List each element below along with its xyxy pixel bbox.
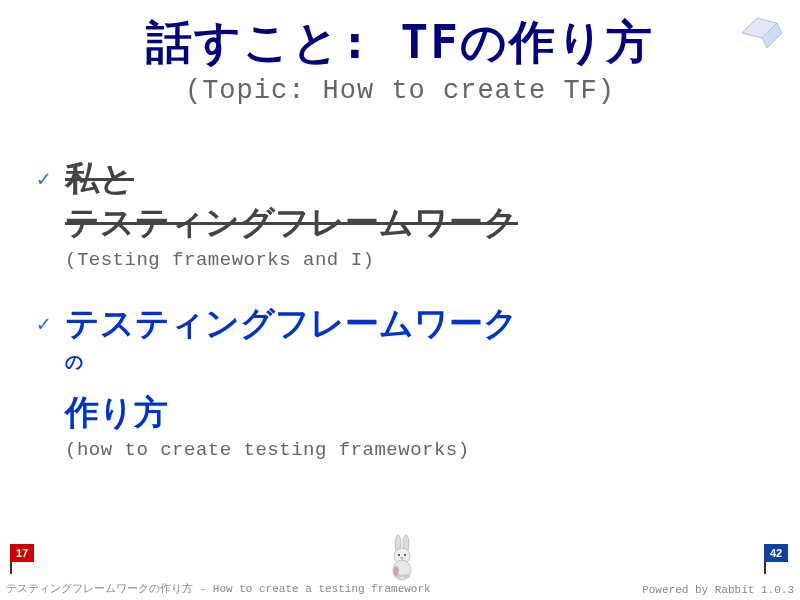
current-page-number: 17	[10, 544, 34, 562]
slide-header: 話すこと: TFの作り方 (Topic: How to create TF)	[0, 0, 800, 106]
svg-point-8	[401, 557, 404, 559]
corner-decoration	[732, 8, 792, 53]
agenda-item-2-sub: (how to create testing frameworks)	[65, 439, 760, 461]
svg-point-11	[393, 566, 399, 576]
total-pages-number: 42	[764, 544, 788, 562]
rabbit-icon	[380, 534, 420, 582]
svg-point-7	[404, 554, 406, 556]
slide-subtitle: (Topic: How to create TF)	[0, 76, 800, 106]
svg-point-10	[402, 574, 410, 578]
agenda-item-2: ✓ テスティングフレームワーク の 作り方 (how to create tes…	[65, 301, 760, 461]
current-page-flag: 17	[10, 544, 36, 572]
slide-title: 話すこと: TFの作り方	[0, 12, 800, 74]
check-icon: ✓	[37, 311, 50, 338]
slide-footer: 17 42 テスティングフレームワークの作り方 - How to create …	[0, 540, 800, 600]
footer-powered-by: Powered by Rabbit 1.0.3	[642, 584, 794, 596]
slide-content: ✓ 私と テスティングフレームワーク (Testing frameworks a…	[0, 106, 800, 461]
agenda-item-1: ✓ 私と テスティングフレームワーク (Testing frameworks a…	[65, 156, 760, 271]
svg-point-6	[398, 554, 400, 556]
check-icon: ✓	[37, 166, 50, 193]
total-pages-flag: 42	[764, 544, 790, 572]
agenda-item-1-sub: (Testing frameworks and I)	[65, 249, 760, 271]
agenda-item-1-text: 私と テスティングフレームワーク	[65, 156, 760, 244]
footer-title: テスティングフレームワークの作り方 - How to create a test…	[6, 581, 431, 596]
agenda-item-2-text: テスティングフレームワーク の 作り方	[65, 301, 760, 434]
